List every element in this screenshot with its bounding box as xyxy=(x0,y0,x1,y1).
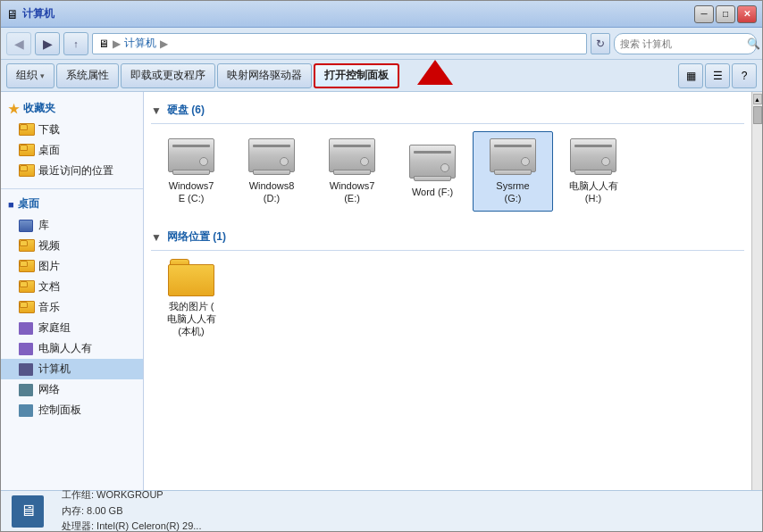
sidebar-item-control-panel[interactable]: 控制面板 ⇐ xyxy=(1,400,143,420)
status-processor: 处理器: Intel(R) Celeron(R) 29... xyxy=(62,519,201,532)
maximize-button[interactable]: □ xyxy=(716,5,735,23)
close-button[interactable]: ✕ xyxy=(737,5,757,23)
sidebar-item-pictures[interactable]: 图片 xyxy=(1,256,143,277)
address-input[interactable]: 🖥 ▶ 计算机 ▶ xyxy=(92,33,587,54)
sidebar-scroll-area: ★ 收藏夹 下载 桌面 最近访问的位置 xyxy=(1,92,143,490)
computer-label: 计算机 xyxy=(38,362,71,377)
network-folder[interactable]: 我的图片 (电脑人人有(本机) xyxy=(151,258,231,338)
back-button[interactable]: ◀ xyxy=(6,32,31,55)
sidebar-item-pcuser[interactable]: 电脑人人有 xyxy=(1,338,143,359)
toolbar: 组织 ▾ 系统属性 即载或更改程序 映射网络驱动器 打开控制面板 ▦ ☰ ? xyxy=(1,60,762,92)
view-list-button[interactable]: ☰ xyxy=(705,63,730,88)
control-panel-icon xyxy=(19,404,33,417)
drive-c[interactable]: Windows7E (C:) xyxy=(151,131,231,212)
recent-label: 最近访问的位置 xyxy=(38,163,113,179)
sidebar-item-computer[interactable]: 计算机 xyxy=(1,359,143,379)
sidebar: ★ 收藏夹 下载 桌面 最近访问的位置 xyxy=(1,92,144,490)
sidebar-item-network[interactable]: 网络 xyxy=(1,379,143,400)
minimize-button[interactable]: ─ xyxy=(694,5,714,23)
documents-label: 文档 xyxy=(38,279,60,295)
sidebar-item-homegroup[interactable]: 家庭组 xyxy=(1,318,143,338)
sidebar-item-video[interactable]: 视频 xyxy=(1,236,143,256)
drive-g[interactable]: Sysrme(G:) xyxy=(473,131,553,212)
open-control-panel-button[interactable]: 打开控制面板 xyxy=(314,63,399,88)
sidebar-favorites-section: ★ 收藏夹 下载 桌面 最近访问的位置 xyxy=(1,97,143,181)
hdd-tray-g xyxy=(494,170,532,175)
sidebar-item-music[interactable]: 音乐 xyxy=(1,297,143,318)
documents-icon xyxy=(19,281,33,293)
sidebar-desktop-section: ■ 桌面 库 视频 图片 xyxy=(1,193,143,420)
up-button[interactable]: ↑ xyxy=(63,32,88,55)
drive-f[interactable]: Word (F:) xyxy=(392,131,473,212)
music-label: 音乐 xyxy=(38,300,60,315)
map-drive-button[interactable]: 映射网络驱动器 xyxy=(217,63,312,88)
drive-d[interactable]: Windows8(D:) xyxy=(231,131,312,212)
pictures-icon xyxy=(19,261,33,272)
status-bar: 🖥 工作组: WORKGROUP 内存: 8.00 GB 处理器: Intel(… xyxy=(1,490,762,531)
title-bar: 🖥 计算机 ─ □ ✕ xyxy=(1,1,762,28)
drive-e[interactable]: Windows7(E:) xyxy=(312,131,392,212)
drive-c-label: Windows7E (C:) xyxy=(169,179,214,205)
library-label: 库 xyxy=(38,218,49,233)
system-properties-button[interactable]: 系统属性 xyxy=(56,63,119,88)
pcuser-icon xyxy=(19,343,33,355)
network-section-label: 网络位置 (1) xyxy=(167,229,226,245)
download-folder-icon xyxy=(19,124,33,136)
drive-e-icon xyxy=(329,138,375,176)
sidebar-item-library[interactable]: 库 xyxy=(1,215,143,236)
library-icon xyxy=(19,220,33,232)
view-options-button[interactable]: ▦ xyxy=(678,63,703,88)
drive-f-label: Word (F:) xyxy=(412,186,453,198)
content-scrollbar: ▲ xyxy=(751,92,762,490)
video-label: 视频 xyxy=(38,238,60,254)
drive-h[interactable]: 电脑人人有(H:) xyxy=(553,131,633,212)
help-button[interactable]: ? xyxy=(732,63,757,88)
refresh-button[interactable]: ↻ xyxy=(591,33,610,54)
drives-triangle: ▼ xyxy=(151,104,162,117)
main-area: ★ 收藏夹 下载 桌面 最近访问的位置 xyxy=(1,92,762,490)
sidebar-favorites-header[interactable]: ★ 收藏夹 xyxy=(1,97,143,120)
hdd-tray-e xyxy=(333,170,371,175)
sidebar-item-documents[interactable]: 文档 xyxy=(1,277,143,297)
sidebar-item-desktop-fav[interactable]: 桌面 xyxy=(1,140,143,161)
sidebar-desktop-header[interactable]: ■ 桌面 xyxy=(1,193,143,215)
content-area: ▼ 硬盘 (6) Windows7E (C:) xyxy=(144,92,751,490)
up-arrow-shape xyxy=(417,60,453,85)
network-triangle: ▼ xyxy=(151,231,162,244)
address-icon: 🖥 xyxy=(98,37,109,50)
hdd-body-e xyxy=(329,138,375,172)
network-folder-icon xyxy=(168,259,214,296)
sidebar-divider-1 xyxy=(1,188,143,189)
hdd-tray-d xyxy=(253,170,290,175)
scroll-thumb[interactable] xyxy=(753,106,762,124)
pictures-label: 图片 xyxy=(38,259,60,274)
network-folder-label: 我的图片 (电脑人人有(本机) xyxy=(167,300,216,338)
uninstall-button[interactable]: 即载或更改程序 xyxy=(121,63,215,88)
network-section-header: ▼ 网络位置 (1) xyxy=(151,226,744,251)
title-bar-left: 🖥 计算机 xyxy=(6,6,54,21)
pcuser-label: 电脑人人有 xyxy=(38,341,92,356)
sidebar-item-recent[interactable]: 最近访问的位置 xyxy=(1,161,143,181)
sidebar-item-download[interactable]: 下载 xyxy=(1,120,143,140)
address-crumb: 计算机 xyxy=(124,36,156,51)
status-memory: 内存: 8.00 GB xyxy=(62,503,201,520)
desktop-fav-label: 桌面 xyxy=(38,143,60,158)
network-label: 网络 xyxy=(38,382,60,397)
forward-button[interactable]: ▶ xyxy=(35,32,60,55)
homegroup-icon xyxy=(19,322,33,335)
music-icon xyxy=(19,302,33,313)
network-grid: 我的图片 (电脑人人有(本机) xyxy=(151,258,744,338)
search-input[interactable] xyxy=(620,38,743,49)
hdd-body-h xyxy=(570,138,616,172)
organize-button[interactable]: 组织 ▾ xyxy=(6,63,54,88)
scroll-up-arrow[interactable]: ▲ xyxy=(753,94,762,104)
drive-d-label: Windows8(D:) xyxy=(249,179,295,205)
drive-c-icon xyxy=(168,138,214,176)
search-icon[interactable]: 🔍 xyxy=(747,37,760,50)
drive-f-icon xyxy=(409,145,456,182)
control-panel-label: 控制面板 xyxy=(38,403,81,418)
desktop-icon: ■ xyxy=(8,199,14,210)
hdd-body-g xyxy=(490,138,536,172)
drives-section-label: 硬盘 (6) xyxy=(167,103,205,118)
explorer-window: 🖥 计算机 ─ □ ✕ ◀ ▶ ↑ 🖥 ▶ 计算机 ▶ ↻ 🔍 组织 ▾ xyxy=(0,0,763,532)
